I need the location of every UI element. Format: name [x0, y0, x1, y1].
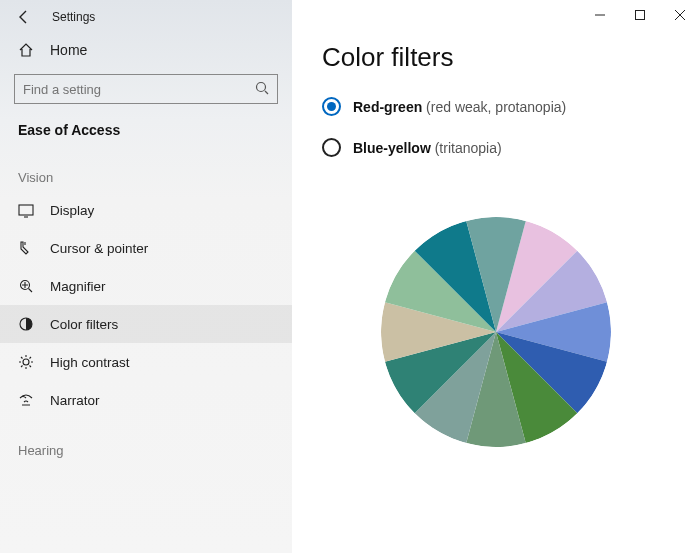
window-title: Settings [52, 10, 95, 24]
sidebar-item-narrator[interactable]: Narrator [0, 381, 292, 419]
svg-rect-5 [636, 11, 645, 20]
radio-label: Red-green (red weak, protanopia) [353, 99, 566, 115]
sidebar-item-label: High contrast [50, 355, 130, 370]
display-icon [18, 202, 36, 218]
sidebar-item-label: Narrator [50, 393, 100, 408]
color-wheel-preview [381, 217, 611, 447]
magnifier-icon [18, 278, 36, 294]
sidebar-item-display[interactable]: Display [0, 191, 292, 229]
settings-sidebar: Settings Home Ease of Access Vision Disp… [0, 0, 292, 553]
sidebar-item-label: Display [50, 203, 94, 218]
svg-point-0 [257, 83, 266, 92]
sidebar-item-cursor-pointer[interactable]: Cursor & pointer [0, 229, 292, 267]
sidebar-item-high-contrast[interactable]: High contrast [0, 343, 292, 381]
sidebar-group-hearing: Hearing [0, 419, 292, 464]
radio-icon [322, 138, 341, 157]
sidebar-home-label: Home [50, 42, 87, 58]
high-contrast-icon [18, 354, 36, 370]
radio-icon [322, 97, 341, 116]
narrator-icon [18, 392, 36, 408]
color-filters-icon [18, 316, 36, 332]
radio-label: Blue-yellow (tritanopia) [353, 140, 502, 156]
minimize-button[interactable] [580, 0, 620, 30]
search-icon [254, 80, 270, 100]
svg-point-4 [23, 359, 29, 365]
main-panel: Color filters Red-green (red weak, prota… [292, 0, 700, 553]
cursor-pointer-icon [18, 240, 36, 256]
sidebar-item-magnifier[interactable]: Magnifier [0, 267, 292, 305]
sidebar-item-color-filters[interactable]: Color filters [0, 305, 292, 343]
close-button[interactable] [660, 0, 700, 30]
maximize-button[interactable] [620, 0, 660, 30]
home-icon [18, 42, 36, 58]
sidebar-group-vision: Vision [0, 158, 292, 191]
sidebar-category: Ease of Access [0, 118, 292, 158]
arrow-left-icon [16, 9, 32, 25]
sidebar-home[interactable]: Home [0, 34, 292, 66]
search-input[interactable] [14, 74, 278, 104]
svg-rect-1 [19, 205, 33, 215]
radio-option-red-green[interactable]: Red-green (red weak, protanopia) [292, 91, 700, 122]
close-icon [675, 10, 685, 20]
sidebar-item-label: Magnifier [50, 279, 106, 294]
sidebar-item-label: Color filters [50, 317, 118, 332]
maximize-icon [635, 10, 645, 20]
sidebar-item-label: Cursor & pointer [50, 241, 148, 256]
minimize-icon [595, 10, 605, 20]
back-button[interactable] [8, 1, 40, 33]
radio-option-blue-yellow[interactable]: Blue-yellow (tritanopia) [292, 132, 700, 163]
